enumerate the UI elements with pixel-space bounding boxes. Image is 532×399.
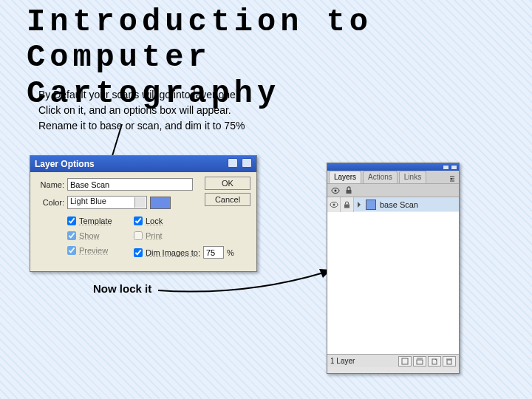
- new-sublayer-icon[interactable]: [413, 356, 426, 366]
- svg-rect-9: [347, 190, 352, 194]
- lock-icon[interactable]: [344, 185, 354, 196]
- body-line-1: By Default your scans will go into layer…: [38, 87, 349, 103]
- color-select-value: Light Blue: [70, 197, 106, 205]
- chevron-down-icon: [137, 201, 143, 207]
- dim-percent-input[interactable]: [203, 246, 224, 259]
- dialog-titlebar: Layer Options: [30, 156, 256, 172]
- cancel-button[interactable]: Cancel: [205, 193, 250, 206]
- visibility-icon[interactable]: [330, 185, 341, 196]
- tab-layers[interactable]: Layers: [329, 171, 361, 183]
- layer-options-dialog: Layer Options Name: Color: Light Blue OK…: [30, 155, 257, 272]
- layer-color-swatch: [366, 200, 376, 210]
- dim-images-checkbox[interactable]: Dim Images to:: [134, 248, 200, 257]
- template-checkbox[interactable]: Template: [67, 216, 112, 225]
- panel-titlebar: [327, 163, 459, 171]
- color-swatch[interactable]: [150, 197, 171, 209]
- make-clipping-icon[interactable]: [398, 356, 412, 366]
- layer-name-input[interactable]: [67, 178, 193, 191]
- show-checkbox[interactable]: Show: [67, 231, 100, 240]
- layer-count-label: 1 Layer: [330, 357, 355, 365]
- help-icon[interactable]: [228, 158, 238, 168]
- percent-label: %: [227, 248, 234, 257]
- panel-status-bar: 1 Layer: [327, 354, 459, 367]
- color-label: Color:: [35, 198, 64, 207]
- svg-rect-12: [344, 204, 349, 208]
- panel-menu-icon[interactable]: [447, 174, 456, 183]
- ok-button[interactable]: OK: [205, 177, 250, 190]
- color-select[interactable]: Light Blue: [67, 196, 147, 209]
- layer-list: base Scan: [327, 197, 459, 354]
- dialog-title: Layer Options: [35, 159, 95, 169]
- panel-tabs: Layers Actions Links: [327, 171, 459, 184]
- print-checkbox[interactable]: Print: [134, 231, 163, 240]
- minimize-icon[interactable]: [443, 165, 449, 170]
- body-line-2: Click on it, and an options box will app…: [38, 103, 349, 118]
- svg-point-11: [332, 203, 335, 205]
- delete-layer-icon[interactable]: [443, 356, 456, 366]
- svg-rect-14: [417, 360, 423, 364]
- lock-checkbox[interactable]: Lock: [134, 216, 163, 225]
- layer-name-label: base Scan: [380, 200, 418, 209]
- preview-checkbox[interactable]: Preview: [67, 246, 108, 255]
- new-layer-icon[interactable]: [428, 356, 441, 366]
- disclosure-triangle-icon[interactable]: [358, 202, 364, 208]
- tab-links[interactable]: Links: [399, 171, 426, 183]
- row-visibility-icon[interactable]: [327, 197, 341, 212]
- body-text: By Default your scans will go into layer…: [38, 87, 349, 134]
- row-lock-icon[interactable]: [341, 197, 354, 212]
- layers-panel: Layers Actions Links base Scan 1 Layer: [327, 163, 460, 374]
- close-icon[interactable]: [451, 165, 457, 170]
- layer-meta-row: [327, 184, 459, 197]
- svg-rect-17: [447, 360, 451, 364]
- svg-point-8: [335, 189, 337, 191]
- tab-actions[interactable]: Actions: [363, 171, 398, 183]
- name-label: Name:: [35, 180, 64, 189]
- close-icon[interactable]: [242, 158, 252, 168]
- layer-row[interactable]: base Scan: [327, 197, 459, 212]
- lock-caption: Now lock it: [93, 282, 151, 295]
- dialog-window-buttons: [226, 158, 252, 170]
- body-line-3: Rename it to base or scan, and dim it to…: [38, 118, 349, 134]
- svg-rect-13: [402, 358, 408, 364]
